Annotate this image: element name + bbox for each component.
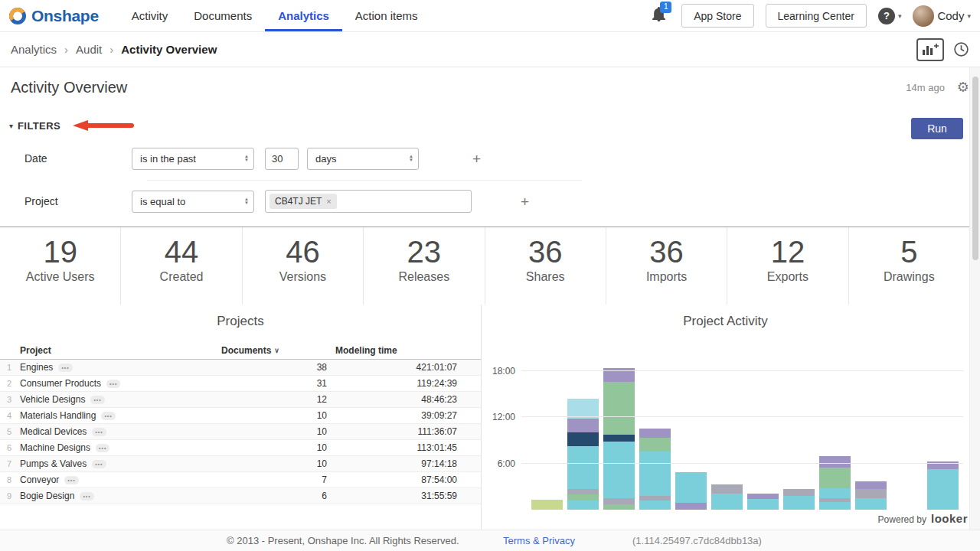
notifications-button[interactable]: 1 bbox=[652, 7, 665, 24]
stat-label: Active Users bbox=[0, 270, 120, 284]
table-row[interactable]: 8Conveyor•••787:54:00 bbox=[0, 472, 481, 488]
date-unit-value: days bbox=[315, 153, 403, 165]
chart-bar[interactable] bbox=[711, 484, 743, 510]
chart-bar[interactable] bbox=[819, 456, 851, 510]
table-row[interactable]: 9Bogie Design•••631:55:59 bbox=[0, 488, 481, 504]
row-menu-icon[interactable]: ••• bbox=[58, 364, 72, 372]
add-date-filter-button[interactable]: + bbox=[472, 152, 481, 166]
table-row[interactable]: 2Consumer Products•••31119:24:39 bbox=[0, 376, 481, 392]
table-row[interactable]: 3Vehicle Designs•••1248:46:23 bbox=[0, 392, 481, 408]
date-unit-select[interactable]: days ▲▼ bbox=[307, 148, 419, 170]
annotation-arrow-head bbox=[73, 120, 88, 131]
table-row[interactable]: 7Pumps & Valves•••1097:14:18 bbox=[0, 456, 481, 472]
chart-bar-segment bbox=[711, 494, 743, 510]
app-store-button[interactable]: App Store bbox=[681, 4, 753, 28]
documents-count: 10 bbox=[219, 410, 329, 421]
page-header-right: 14m ago ⚙ bbox=[906, 79, 969, 96]
nav-item-activity[interactable]: Activity bbox=[119, 0, 181, 31]
chart-bar[interactable] bbox=[603, 368, 635, 510]
row-menu-icon[interactable]: ••• bbox=[96, 444, 109, 452]
stat-value: 44 bbox=[121, 234, 241, 269]
stat-value: 36 bbox=[485, 234, 606, 269]
project-name[interactable]: Vehicle Designs bbox=[20, 394, 85, 405]
chart-bar[interactable] bbox=[783, 489, 815, 510]
table-row[interactable]: 1Engines•••38421:01:07 bbox=[0, 360, 481, 376]
chart-bar[interactable] bbox=[531, 500, 563, 510]
breadcrumb-item-analytics[interactable]: Analytics bbox=[11, 43, 57, 56]
run-button[interactable]: Run bbox=[911, 118, 963, 139]
row-menu-icon[interactable]: ••• bbox=[106, 380, 120, 388]
chart-bar[interactable] bbox=[675, 472, 707, 510]
date-operator-select[interactable]: is in the past ▲▼ bbox=[132, 148, 254, 170]
stat-value: 19 bbox=[0, 234, 120, 269]
chart-bar-segment bbox=[531, 500, 563, 510]
stat-card-versions: 46Versions bbox=[243, 227, 364, 305]
project-cell: Pumps & Valves••• bbox=[18, 458, 219, 469]
column-header-project[interactable]: Project bbox=[18, 345, 219, 356]
project-operator-select[interactable]: is equal to ▲▼ bbox=[132, 191, 254, 213]
row-menu-icon[interactable]: ••• bbox=[80, 492, 93, 500]
row-menu-icon[interactable]: ••• bbox=[101, 412, 115, 420]
learning-center-button[interactable]: Learning Center bbox=[766, 4, 867, 28]
project-name[interactable]: Materials Handling bbox=[20, 410, 96, 421]
row-menu-icon[interactable]: ••• bbox=[64, 476, 78, 484]
project-cell: Engines••• bbox=[18, 362, 219, 373]
chip-close-icon[interactable]: × bbox=[326, 197, 331, 206]
help-menu[interactable]: ? ▾ bbox=[878, 8, 902, 24]
add-project-filter-button[interactable]: + bbox=[521, 194, 529, 209]
chart-bar[interactable] bbox=[927, 461, 959, 510]
row-menu-icon[interactable]: ••• bbox=[92, 428, 106, 436]
table-row[interactable]: 6Machine Designs•••10113:01:45 bbox=[0, 440, 481, 456]
project-name[interactable]: Engines bbox=[20, 362, 53, 373]
date-operator-value: is in the past bbox=[140, 153, 238, 165]
modeling-time: 421:01:07 bbox=[329, 362, 459, 373]
project-name[interactable]: Bogie Design bbox=[20, 491, 74, 501]
dashboard-chart-button[interactable] bbox=[916, 38, 944, 61]
chart-bar-segment bbox=[855, 489, 887, 498]
chart-bar[interactable] bbox=[747, 494, 779, 510]
history-clock-button[interactable] bbox=[953, 41, 969, 57]
modeling-time: 39:09:27 bbox=[329, 410, 459, 421]
gear-icon[interactable]: ⚙ bbox=[957, 79, 969, 96]
nav-item-action-items[interactable]: Action items bbox=[342, 0, 431, 31]
row-menu-icon[interactable]: ••• bbox=[92, 460, 106, 468]
chart-bar-segment bbox=[747, 499, 779, 510]
select-stepper-icon: ▲▼ bbox=[244, 155, 249, 162]
date-value-input[interactable] bbox=[265, 148, 299, 170]
chart-bar-segment bbox=[567, 494, 599, 500]
project-name[interactable]: Conveyor bbox=[20, 474, 59, 485]
chart-bar-segment bbox=[819, 502, 851, 510]
chart-bar[interactable] bbox=[639, 429, 671, 510]
onshape-logo[interactable]: Onshape bbox=[9, 0, 99, 31]
project-value-input[interactable]: CB4TJ JET × bbox=[265, 190, 472, 213]
row-menu-icon[interactable]: ••• bbox=[90, 396, 104, 404]
chart-bar-segment bbox=[783, 489, 815, 496]
chart-bar[interactable] bbox=[855, 481, 887, 510]
page-title: Activity Overview bbox=[11, 79, 127, 96]
project-name[interactable]: Medical Devices bbox=[20, 426, 87, 437]
project-name[interactable]: Pumps & Valves bbox=[20, 458, 87, 469]
project-name[interactable]: Consumer Products bbox=[20, 378, 101, 389]
table-row[interactable]: 4Materials Handling•••1039:09:27 bbox=[0, 408, 481, 424]
project-cell: Medical Devices••• bbox=[18, 426, 219, 437]
chart-bar[interactable] bbox=[567, 399, 599, 510]
column-header-modeling-time[interactable]: Modeling time bbox=[329, 345, 459, 356]
filters-toggle[interactable]: ▾ FILTERS bbox=[9, 118, 971, 133]
stat-value: 46 bbox=[243, 234, 363, 269]
dashboard-panels: Projects Project Documents ∨ Modeling ti… bbox=[0, 305, 980, 530]
chart-bar-segment bbox=[567, 446, 599, 489]
breadcrumb-item-audit[interactable]: Audit bbox=[76, 43, 102, 56]
nav-item-analytics[interactable]: Analytics bbox=[265, 0, 342, 31]
terms-privacy-link[interactable]: Terms & Privacy bbox=[503, 530, 575, 551]
chart-bar-segment bbox=[819, 488, 851, 498]
nav-item-documents[interactable]: Documents bbox=[181, 0, 265, 31]
scrollbar-thumb[interactable] bbox=[972, 77, 978, 260]
project-name[interactable]: Machine Designs bbox=[20, 442, 90, 453]
table-row[interactable]: 5Medical Devices•••10111:36:07 bbox=[0, 424, 481, 440]
page-scrollbar[interactable] bbox=[969, 67, 980, 530]
column-header-documents[interactable]: Documents ∨ bbox=[219, 345, 329, 356]
documents-count: 10 bbox=[219, 442, 329, 453]
breadcrumb: Analytics›Audit›Activity Overview bbox=[11, 43, 217, 56]
user-menu[interactable]: Cody ▾ bbox=[913, 5, 971, 27]
filters-label: FILTERS bbox=[18, 120, 60, 132]
